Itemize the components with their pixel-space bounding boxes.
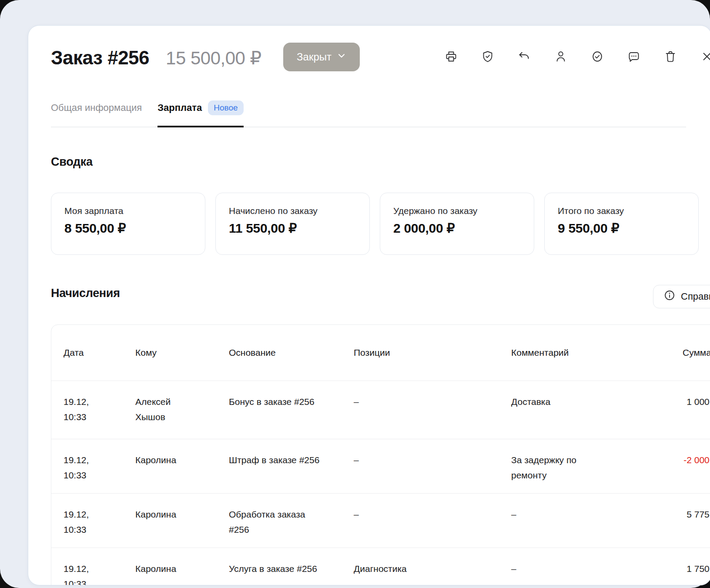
check-circle-icon[interactable]: [590, 50, 604, 63]
cell-reason: Штраф в заказе #256: [229, 452, 321, 468]
table-row[interactable]: 19.12, 10:33 Алексей Хышов Бонус в заказ…: [51, 381, 710, 439]
tab-label: Общая информация: [51, 102, 142, 114]
cell-comment: Доставка: [511, 394, 592, 409]
cell-positions: Диагностика: [354, 561, 511, 585]
card-value: 9 550,00 ₽: [558, 220, 685, 236]
cell-reason: Услуга в заказе #256: [229, 561, 321, 576]
cell-sum: 5 775,00: [644, 507, 710, 539]
accruals-table: Дата Кому Основание Позиции Комментарий …: [51, 324, 710, 585]
cell-comment: –: [511, 561, 592, 576]
column-header-reason: Основание: [229, 347, 354, 358]
cell-date: 19.12, 10:33: [64, 561, 95, 585]
card-value: 2 000,00 ₽: [393, 220, 521, 236]
tab-general-info[interactable]: Общая информация: [51, 100, 142, 127]
cell-to: Каролина: [135, 452, 188, 468]
column-header-sum: Сумма, ₽: [644, 347, 710, 358]
page-title: Заказ #256: [51, 47, 149, 69]
column-header-date: Дата: [64, 347, 135, 358]
summary-card-accrued: Начислено по заказу 11 550,00 ₽: [215, 193, 370, 255]
comment-icon[interactable]: [627, 50, 641, 63]
cell-comment: За задержку по ремонту: [511, 452, 592, 483]
user-icon[interactable]: [554, 50, 568, 63]
table-header-row: Дата Кому Основание Позиции Комментарий …: [51, 325, 710, 381]
column-header-to: Кому: [135, 347, 229, 358]
cell-positions: –: [354, 452, 511, 484]
cell-reason: Обработка заказа #256: [229, 507, 321, 537]
card-label: Удержано по заказу: [393, 206, 521, 216]
order-status-dropdown[interactable]: Закрыт: [283, 43, 360, 71]
new-badge: Новое: [208, 100, 243, 115]
summary-cards: Моя зарплата 8 550,00 ₽ Начислено по зак…: [51, 193, 699, 255]
cell-to: Каролина: [135, 561, 188, 576]
page-background: Заказ #256 15 500,00 ₽ Закрыт: [0, 0, 710, 588]
help-button-label: Справка: [681, 291, 710, 302]
cell-reason: Бонус в заказе #256: [229, 394, 321, 409]
chevron-down-icon: [337, 51, 346, 63]
card-label: Моя зарплата: [64, 206, 192, 216]
undo-icon[interactable]: [517, 50, 531, 63]
table-row[interactable]: 19.12, 10:33 Каролина Обработка заказа #…: [51, 493, 710, 548]
order-header: Заказ #256 15 500,00 ₽ Закрыт: [51, 43, 710, 77]
card-label: Итого по заказу: [558, 206, 685, 216]
tab-bar: Общая информация Зарплата Новое: [51, 100, 686, 127]
summary-card-my-salary: Моя зарплата 8 550,00 ₽: [51, 193, 205, 255]
trash-icon[interactable]: [663, 50, 677, 63]
card-value: 11 550,00 ₽: [229, 220, 356, 236]
accruals-heading: Начисления: [51, 287, 120, 300]
summary-card-total: Итого по заказу 9 550,00 ₽: [544, 193, 699, 255]
cell-date: 19.12, 10:33: [64, 452, 95, 483]
cell-positions: –: [354, 507, 511, 539]
help-button[interactable]: Справка: [653, 285, 710, 308]
cell-sum: 1 750,00: [644, 561, 710, 585]
summary-heading: Сводка: [51, 155, 93, 169]
close-icon[interactable]: [700, 50, 710, 63]
table-row[interactable]: 19.12, 10:33 Каролина Услуга в заказе #2…: [51, 548, 710, 585]
cell-to: Каролина: [135, 507, 188, 522]
shield-check-icon[interactable]: [481, 50, 495, 63]
cell-date: 19.12, 10:33: [64, 394, 95, 424]
tab-salary[interactable]: Зарплата Новое: [157, 100, 243, 127]
table-row[interactable]: 19.12, 10:33 Каролина Штраф в заказе #25…: [51, 439, 710, 493]
cell-sum: 1 000,00: [644, 394, 710, 430]
header-actions: [444, 50, 710, 63]
column-header-comment: Комментарий: [511, 347, 644, 358]
printer-icon[interactable]: [444, 50, 458, 63]
card-label: Начислено по заказу: [229, 206, 356, 216]
cell-positions: –: [354, 394, 511, 430]
info-icon: [664, 290, 675, 304]
cell-sum: -2 000,00: [644, 452, 710, 484]
cell-date: 19.12, 10:33: [64, 507, 95, 537]
summary-card-withheld: Удержано по заказу 2 000,00 ₽: [380, 193, 534, 255]
cell-to: Алексей Хышов: [135, 394, 188, 424]
column-header-positions: Позиции: [354, 347, 511, 358]
cell-comment: –: [511, 507, 592, 522]
order-panel: Заказ #256 15 500,00 ₽ Закрыт: [28, 25, 710, 585]
order-status-label: Закрыт: [297, 51, 332, 63]
card-value: 8 550,00 ₽: [64, 220, 192, 236]
order-total-amount: 15 500,00 ₽: [166, 47, 261, 69]
tab-label: Зарплата: [157, 102, 202, 114]
